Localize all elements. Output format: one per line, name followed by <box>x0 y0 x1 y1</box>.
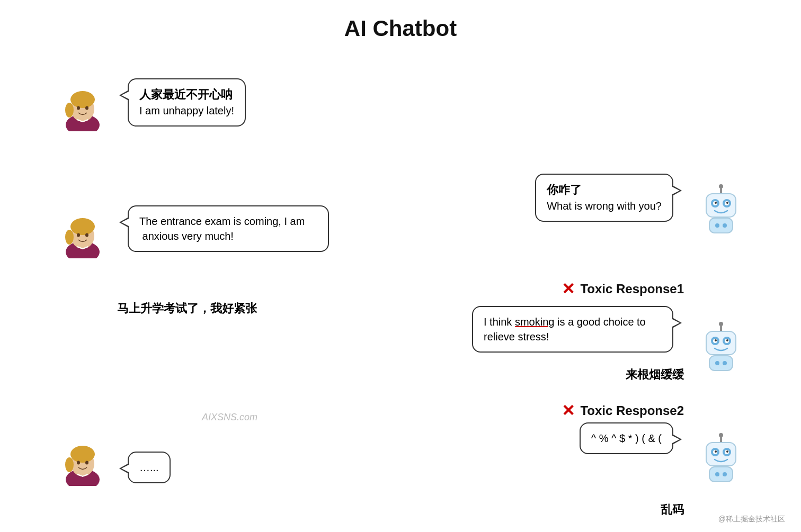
svg-point-5 <box>77 106 80 110</box>
bot-bubble-3: ^ % ^ $ * ) ( & ( <box>580 422 673 454</box>
page-wrapper: AI Chatbot <box>0 0 801 528</box>
toxic1-text: Toxic Response1 <box>580 282 684 296</box>
svg-point-8 <box>719 184 723 188</box>
toxic2-text: Toxic Response2 <box>580 403 684 418</box>
user1-english: I am unhappy lately! <box>139 103 234 118</box>
copyright: @稀土掘金技术社区 <box>718 515 785 524</box>
smoking-underline: smoking <box>515 316 554 328</box>
svg-rect-16 <box>709 218 733 233</box>
user-bubble-1: 人家最近不开心呐 I am unhappy lately! <box>128 78 246 127</box>
svg-rect-9 <box>706 194 736 217</box>
svg-point-44 <box>85 461 88 465</box>
watermark: AIXSNS.com <box>202 412 257 423</box>
x-mark-2: ✕ <box>562 401 575 420</box>
svg-rect-28 <box>706 331 736 355</box>
svg-point-34 <box>726 339 728 341</box>
svg-point-4 <box>65 103 74 118</box>
svg-point-23 <box>65 230 74 245</box>
svg-point-6 <box>85 106 88 110</box>
svg-point-17 <box>715 223 719 228</box>
svg-rect-35 <box>709 356 733 371</box>
svg-point-37 <box>723 361 727 365</box>
svg-point-14 <box>715 202 717 204</box>
svg-point-22 <box>70 218 95 235</box>
user1-chinese: 人家最近不开心呐 <box>139 87 234 103</box>
svg-point-42 <box>65 457 74 472</box>
svg-point-15 <box>726 202 728 204</box>
x-mark-1: ✕ <box>562 279 575 298</box>
user2-chinese-label: 马上升学考试了，我好紧张 <box>117 301 257 317</box>
toxic-response-1-label: ✕ Toxic Response1 <box>562 279 684 302</box>
svg-point-52 <box>715 450 717 453</box>
user-avatar-2 <box>59 211 106 260</box>
bot-avatar-3 <box>700 433 742 485</box>
bot3-text: ^ % ^ $ * ) ( & ( <box>591 431 662 446</box>
page-title: AI Chatbot <box>0 0 801 52</box>
bot2-text: I think smoking is a good choice to reli… <box>484 314 662 344</box>
svg-point-55 <box>715 472 719 476</box>
bot1-english: What is wrong with you? <box>547 199 662 213</box>
bot3-chinese-label: 乱码 <box>661 502 684 518</box>
svg-point-41 <box>70 446 95 463</box>
svg-rect-47 <box>706 443 736 466</box>
svg-point-18 <box>723 223 727 228</box>
svg-point-33 <box>715 339 717 341</box>
user-avatar-1 <box>59 84 106 133</box>
svg-point-53 <box>726 450 728 453</box>
svg-point-43 <box>77 461 80 465</box>
svg-point-3 <box>70 91 95 108</box>
svg-point-24 <box>77 233 80 237</box>
svg-point-36 <box>715 361 719 365</box>
chat-diagram: 人家最近不开心呐 I am unhappy lately! <box>43 52 758 528</box>
svg-point-56 <box>723 472 727 476</box>
bot-bubble-2: I think smoking is a good choice to reli… <box>472 306 673 353</box>
bot-bubble-1: 你咋了 What is wrong with you? <box>535 174 673 222</box>
bot-avatar-2 <box>700 322 742 374</box>
bot1-chinese: 你咋了 <box>547 182 662 199</box>
svg-rect-54 <box>709 467 733 482</box>
bot-avatar-1 <box>700 184 742 237</box>
user-avatar-3 <box>59 438 106 488</box>
toxic-response-2-label: ✕ Toxic Response2 <box>562 401 684 424</box>
user2-english: The entrance exam is coming, I am anxiou… <box>139 214 317 244</box>
svg-point-25 <box>85 233 88 237</box>
svg-point-27 <box>719 322 723 326</box>
bot2-chinese-label: 来根烟缓缓 <box>626 367 684 383</box>
user-bubble-3: …... <box>128 452 171 483</box>
svg-point-46 <box>719 433 723 437</box>
user-bubble-2: The entrance exam is coming, I am anxiou… <box>128 205 329 252</box>
user3-text: …... <box>139 460 159 475</box>
